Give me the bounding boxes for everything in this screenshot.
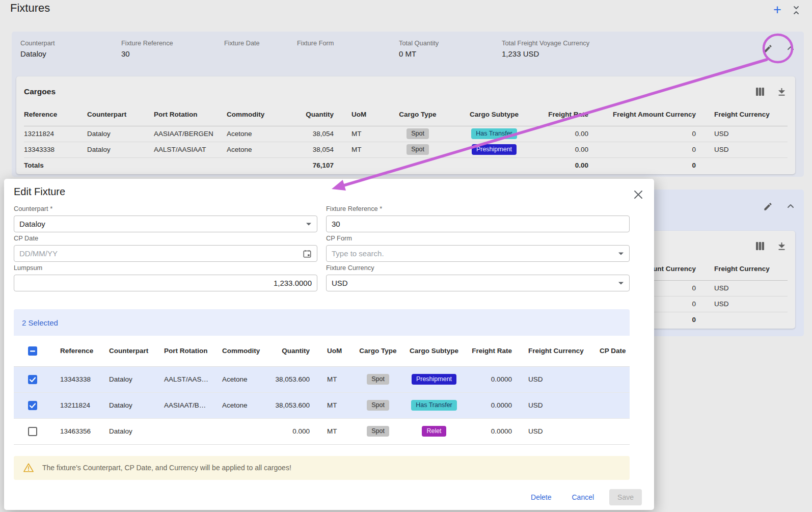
download-button[interactable] xyxy=(775,86,788,98)
column-header[interactable]: CP Date xyxy=(587,336,630,366)
summary-label: Total Quantity xyxy=(399,39,502,47)
summary-value: 1,233 USD xyxy=(502,49,762,58)
summary-value: 0 MT xyxy=(399,49,502,58)
fixture-currency-label: Fixture Currency xyxy=(326,264,630,272)
summary-value: 30 xyxy=(121,49,224,58)
fixture-reference-label: Fixture Reference * xyxy=(326,205,630,212)
save-button[interactable]: Save xyxy=(609,489,642,505)
column-header[interactable]: Freight Currency xyxy=(516,336,587,366)
cp-date-input[interactable] xyxy=(19,249,303,258)
summary-label: Fixture Reference xyxy=(121,39,224,47)
cargo-subtype-badge: Has Transfer xyxy=(411,400,457,411)
summary-label: Fixture Date xyxy=(224,39,297,47)
cargo-subtype-badge: Relet xyxy=(422,426,446,437)
fixture-form: Counterpart * Dataloy CP Date Lumpsum xyxy=(14,203,630,293)
column-header[interactable]: UoM xyxy=(334,103,380,126)
caret-down-icon xyxy=(618,252,624,256)
collapse-card-button[interactable] xyxy=(784,42,797,55)
collapse-all-button[interactable] xyxy=(791,5,801,15)
column-header[interactable]: Freight Amount Currency xyxy=(588,103,696,126)
download-icon xyxy=(777,87,787,97)
collapse-card-button[interactable] xyxy=(784,200,797,212)
lumpsum-input[interactable] xyxy=(19,279,312,287)
column-header[interactable]: Cargo Subtype xyxy=(456,103,532,126)
counterpart-select[interactable]: Dataloy xyxy=(14,215,317,232)
close-icon xyxy=(633,189,644,200)
column-header[interactable]: Commodity xyxy=(227,103,293,126)
caret-down-icon xyxy=(618,281,624,285)
cp-form-field xyxy=(326,245,630,262)
fixture-card: CounterpartDataloy Fixture Reference30 F… xyxy=(12,32,804,177)
column-header[interactable]: UoM xyxy=(311,336,350,366)
columns-icon xyxy=(755,241,765,251)
row-checkbox-checked[interactable] xyxy=(28,375,37,384)
add-fixture-button[interactable]: + xyxy=(770,3,784,17)
cancel-button[interactable]: Cancel xyxy=(566,489,599,505)
edit-fixture-modal: Edit Fixture Counterpart * Dataloy CP Da… xyxy=(4,179,654,510)
columns-button[interactable] xyxy=(754,86,766,98)
fixture-reference-input[interactable] xyxy=(332,220,624,228)
column-header[interactable]: Cargo Subtype xyxy=(406,336,462,366)
caret-down-icon xyxy=(306,222,312,226)
delete-button[interactable]: Delete xyxy=(526,489,556,505)
row-checkbox-unchecked[interactable] xyxy=(28,427,37,436)
columns-button[interactable] xyxy=(754,240,766,252)
summary-label: Fixture Form xyxy=(297,39,399,47)
edit-fixture-button[interactable] xyxy=(762,42,774,55)
lumpsum-label: Lumpsum xyxy=(14,264,317,272)
columns-icon xyxy=(755,87,765,97)
fixture-currency-select[interactable]: USD xyxy=(326,275,630,291)
summary-label: Counterpart xyxy=(20,39,121,47)
pencil-icon xyxy=(763,202,773,211)
cargo-row[interactable]: 13211824 Dataloy AASIAAT/BERGEN Acetone … xyxy=(24,126,788,142)
chevron-up-icon xyxy=(787,202,795,210)
cargo-subtype-badge: Preshipment xyxy=(412,374,456,385)
cargo-subtype-badge: Preshipment xyxy=(472,144,517,155)
column-header[interactable]: Port Rotation xyxy=(155,336,213,366)
unfold-less-icon xyxy=(791,5,801,15)
page-title: Fixtures xyxy=(10,2,50,15)
column-header[interactable]: Commodity xyxy=(213,336,272,366)
column-header[interactable]: Freight Rate xyxy=(462,336,516,366)
fixture-summary: CounterpartDataloy Fixture Reference30 F… xyxy=(12,32,804,71)
cargo-type-badge: Spot xyxy=(367,374,389,385)
cargo-row[interactable]: 13463356 Dataloy 0.000 MT Spot Relet 0.0… xyxy=(14,418,630,444)
column-header[interactable]: Port Rotation xyxy=(154,103,227,126)
cp-form-label: CP Form xyxy=(326,234,630,242)
cp-form-input[interactable] xyxy=(332,249,618,258)
row-checkbox-checked[interactable] xyxy=(28,401,37,410)
column-header[interactable]: Cargo Type xyxy=(350,336,406,366)
column-header[interactable]: Reference xyxy=(51,336,100,366)
cargoes-title: Cargoes xyxy=(24,87,56,96)
counterpart-label: Counterpart * xyxy=(14,205,317,212)
cargo-type-badge: Spot xyxy=(407,128,429,139)
lumpsum-field xyxy=(14,275,317,291)
plus-icon: + xyxy=(773,2,781,17)
cargo-type-badge: Spot xyxy=(407,144,429,155)
close-button[interactable] xyxy=(633,189,644,200)
column-header[interactable]: Reference xyxy=(24,103,87,126)
select-all-checkbox[interactable] xyxy=(28,346,37,356)
pencil-icon xyxy=(763,44,773,53)
summary-label: Total Freight Voyage Currency xyxy=(502,39,762,47)
download-button[interactable] xyxy=(775,240,788,252)
cargo-row[interactable]: 13343338 Dataloy AALST/AASIAAT Acetone 3… xyxy=(24,142,788,157)
warning-text: The fixture's Counterpart, CP Date, and … xyxy=(42,464,291,472)
summary-value: Dataloy xyxy=(20,49,121,58)
cargo-row[interactable]: 13343338 Dataloy AALST/AAS… Acetone 38,0… xyxy=(14,366,630,392)
selected-count: 2 Selected xyxy=(22,318,58,327)
cargo-row[interactable]: 13211824 Dataloy AASIAAT/B… Acetone 38,0… xyxy=(14,392,630,418)
column-header[interactable]: Freight Rate xyxy=(532,103,588,126)
cargo-type-badge: Spot xyxy=(367,426,389,437)
column-header[interactable]: Quantity xyxy=(293,103,334,126)
download-icon xyxy=(777,241,787,251)
column-header[interactable]: Freight Currency xyxy=(696,257,788,280)
calendar-icon[interactable] xyxy=(303,249,312,258)
column-header[interactable]: Quantity xyxy=(272,336,311,366)
cargo-subtype-badge: Has Transfer xyxy=(471,128,517,139)
column-header[interactable]: Freight Currency xyxy=(696,103,788,126)
edit-fixture-button[interactable] xyxy=(762,200,774,212)
column-header[interactable]: Counterpart xyxy=(100,336,155,366)
column-header[interactable]: Cargo Type xyxy=(380,103,456,126)
column-header[interactable]: Counterpart xyxy=(87,103,154,126)
